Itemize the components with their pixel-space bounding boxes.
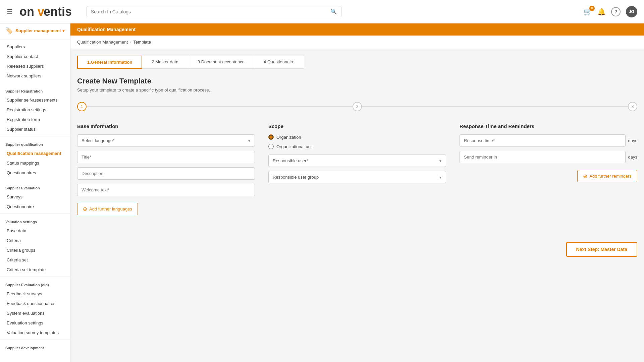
tab-questionnaire[interactable]: 4.Questionnaire [254, 56, 304, 69]
response-time-input[interactable] [460, 134, 626, 147]
radio-org-unit-label[interactable]: Organizational unit [268, 144, 446, 149]
progress-step-2: 2 [353, 102, 362, 111]
search-input[interactable] [91, 9, 330, 14]
responsible-group-wrapper: Responsible user group [268, 171, 446, 183]
sidebar-top-label: Supplier management [15, 28, 61, 33]
breadcrumb-separator: › [130, 40, 131, 45]
sidebar-top-supplier-management[interactable]: 🏷️ Supplier management ▾ [0, 23, 70, 38]
sidebar: 🏷️ Supplier management ▾ Suppliers Suppl… [0, 23, 70, 362]
tab-document-acceptance[interactable]: 3.Document acceptance [188, 56, 254, 69]
sidebar-item-released-suppliers[interactable]: Released suppliers [0, 61, 70, 71]
sidebar-item-qualification-management[interactable]: Qualification management [0, 148, 70, 158]
responsible-user-wrapper: Responsible user* [268, 155, 446, 167]
sidebar-item-registration-form[interactable]: Registration form [0, 115, 70, 124]
help-icon[interactable]: ? [611, 7, 621, 16]
sidebar-section-valuation-settings: Valuation settings [0, 216, 70, 226]
add-further-languages-button[interactable]: ⊕ Add further languages [77, 203, 138, 215]
sidebar-item-criteria[interactable]: Criteria [0, 236, 70, 245]
responsible-user-select[interactable]: Responsible user* [268, 155, 446, 167]
responsible-user-group: Responsible user* [268, 155, 446, 167]
sidebar-item-supplier-contact[interactable]: Supplier contact [0, 52, 70, 61]
radio-org-unit[interactable] [268, 144, 274, 149]
select-language[interactable]: Select language* [77, 134, 255, 147]
cart-button[interactable]: 🛒 0 [584, 8, 592, 16]
responsible-user-group-select[interactable]: Responsible user group [268, 171, 446, 183]
breadcrumb-parent[interactable]: Qualification Management [77, 40, 128, 45]
breadcrumb: Qualification Management › Template [70, 36, 644, 49]
sidebar-section-supplier-development: Supplier development [0, 342, 70, 352]
app-header: ☰ on v entis 🔍 🛒 0 🔔 ? JG [0, 0, 644, 23]
sidebar-section-supplier-evaluation: Supplier Evaluation [0, 182, 70, 192]
select-language-group: Select language* [77, 134, 255, 147]
next-step-wrapper: Next Step: Master Data [77, 229, 637, 257]
sidebar-item-registration-settings[interactable]: Registration settings [0, 105, 70, 115]
main-layout: 🏷️ Supplier management ▾ Suppliers Suppl… [0, 23, 644, 362]
supplier-icon: 🏷️ [5, 27, 13, 34]
radio-organization[interactable] [268, 134, 274, 140]
progress-step-1: 1 [77, 102, 87, 111]
hamburger-menu[interactable]: ☰ [7, 8, 13, 16]
add-further-reminders-button[interactable]: ⊕ Add further reminders [577, 170, 637, 182]
sidebar-section-supplier-evaluation-old: Supplier Evaluation (old) [0, 279, 70, 289]
radio-organization-text: Organization [276, 135, 301, 140]
svg-text:on: on [19, 5, 34, 18]
sidebar-item-base-data[interactable]: Base data [0, 226, 70, 236]
title-group [77, 151, 255, 163]
welcome-text-input[interactable] [77, 184, 255, 196]
breadcrumb-current: Template [133, 40, 151, 45]
progress-bar: 1 2 3 [77, 102, 637, 111]
form-columns: Base Information Select language* [77, 123, 637, 215]
next-step-button[interactable]: Next Step: Master Data [566, 242, 638, 257]
response-time-column: Response Time and Reminders days days ⊕ … [460, 123, 637, 215]
tab-bar: 1.General information 2.Master data 3.Do… [77, 56, 637, 69]
add-reminders-label: Add further reminders [589, 174, 632, 179]
scope-title: Scope [268, 123, 446, 129]
sidebar-item-status-mappings[interactable]: Status mappings [0, 158, 70, 168]
send-reminder-input[interactable] [460, 151, 626, 163]
app-logo: on v entis [19, 4, 73, 19]
select-language-wrapper: Select language* [77, 134, 255, 147]
sidebar-section-supplier-qualification: Supplier qualification [0, 138, 70, 148]
tab-master-data[interactable]: 2.Master data [142, 56, 188, 69]
header-right: 🛒 0 🔔 ? JG [584, 6, 637, 17]
scope-column: Scope Organization Organizational unit [268, 123, 446, 215]
cart-badge: 0 [589, 6, 595, 11]
progress-line-2 [362, 106, 628, 107]
base-information-column: Base Information Select language* [77, 123, 255, 215]
responsible-group-group: Responsible user group [268, 171, 446, 183]
user-avatar[interactable]: JG [626, 6, 637, 17]
tab-general-information[interactable]: 1.General information [77, 56, 142, 69]
sidebar-item-feedback-questionnaires[interactable]: Feedback questionnaires [0, 299, 70, 308]
sidebar-item-supplier-status[interactable]: Supplier status [0, 124, 70, 134]
plus-circle-reminders-icon: ⊕ [583, 173, 587, 179]
radio-organization-label[interactable]: Organization [268, 134, 446, 140]
content-area: Qualification Management Qualification M… [70, 23, 644, 362]
description-input[interactable] [77, 167, 255, 180]
sidebar-item-network-suppliers[interactable]: Network suppliers [0, 71, 70, 81]
page-title: Create New Template [77, 77, 637, 85]
sidebar-item-criteria-set[interactable]: Criteria set [0, 255, 70, 265]
sidebar-section-supplier-registration: Supplier Registration [0, 85, 70, 95]
sidebar-item-criteria-set-template[interactable]: Criteria set template [0, 265, 70, 275]
search-bar[interactable]: 🔍 [87, 6, 341, 17]
sidebar-item-self-assessments[interactable]: Supplier self-assessments [0, 95, 70, 105]
sidebar-item-valuation-survey-templates[interactable]: Valuation survey templates [0, 328, 70, 338]
sidebar-item-evaluation-settings[interactable]: Evaluation settings [0, 318, 70, 328]
page-banner: Qualification Management [70, 23, 644, 36]
response-time-days-label: days [628, 138, 637, 143]
sidebar-item-feedback-surveys[interactable]: Feedback surveys [0, 289, 70, 299]
notification-bell-icon[interactable]: 🔔 [597, 8, 606, 16]
base-information-title: Base Information [77, 123, 255, 129]
add-languages-label: Add further languages [89, 206, 132, 212]
sidebar-item-surveys[interactable]: Surveys [0, 192, 70, 202]
sidebar-item-criteria-groups[interactable]: Criteria groups [0, 245, 70, 255]
sidebar-item-suppliers[interactable]: Suppliers [0, 42, 70, 52]
sidebar-item-system-evaluations[interactable]: System evaluations [0, 308, 70, 318]
sidebar-item-questionnaires[interactable]: Questionnaires [0, 168, 70, 178]
title-input[interactable] [77, 151, 255, 163]
page-subtitle: Setup your template to create a specific… [77, 87, 637, 93]
progress-step-3: 3 [628, 102, 637, 111]
plus-circle-icon: ⊕ [83, 206, 87, 212]
svg-text:entis: entis [44, 5, 72, 18]
sidebar-item-questionnaire[interactable]: Questionnaire [0, 202, 70, 212]
